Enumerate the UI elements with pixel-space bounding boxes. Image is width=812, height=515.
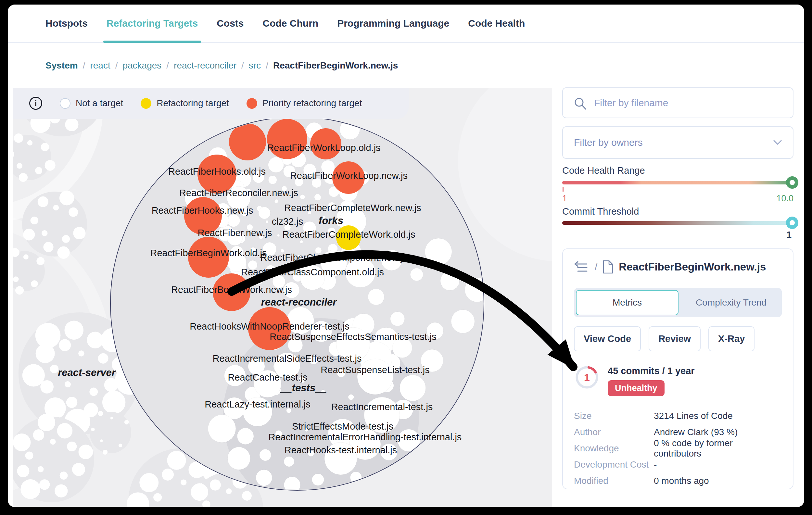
file-bubble-unlabeled[interactable] [312, 474, 324, 486]
commit-threshold-slider[interactable] [562, 221, 795, 225]
filter-by-filename-input[interactable] [594, 88, 786, 118]
file-bubble-unlabeled[interactable] [465, 278, 489, 302]
file-bubble-unlabeled[interactable] [350, 472, 361, 483]
file-bubble-unlabeled[interactable] [237, 428, 254, 445]
package-circle [458, 88, 552, 262]
tab-metrics[interactable]: Metrics [576, 290, 678, 315]
file-bubble-unlabeled[interactable] [284, 457, 294, 467]
background-file-bubble [55, 484, 67, 497]
file-bubble-unlabeled[interactable] [314, 194, 321, 200]
file-bubble-unlabeled[interactable] [400, 375, 426, 401]
file-bubble-unlabeled[interactable] [266, 220, 269, 223]
breadcrumb-item-system[interactable]: System [46, 60, 78, 71]
tab-code-health[interactable]: Code Health [468, 4, 525, 42]
breadcrumb-item-react-reconciler[interactable]: react-reconciler [174, 60, 236, 71]
file-bubble-unlabeled[interactable] [440, 271, 459, 290]
file-label-reactfiberbeginwork-new-js: ReactFiberBeginWork.new.js [171, 284, 292, 295]
code-health-min-value: 1 [562, 193, 567, 204]
legend-item-refactoring-target: Refactoring target [141, 98, 229, 109]
detail-tabs: MetricsComplexity Trend [574, 288, 782, 317]
file-bubble-unlabeled[interactable] [300, 194, 305, 200]
background-file-bubble [91, 428, 94, 431]
commit-threshold-handle[interactable] [786, 217, 799, 229]
file-bubble-unlabeled[interactable] [410, 268, 423, 281]
legend-dot [60, 98, 70, 109]
back-to-list-icon[interactable] [574, 261, 589, 273]
commit-threshold-value: 1 [786, 230, 791, 240]
background-file-bubble [38, 414, 55, 431]
code-health-range-slider[interactable] [562, 181, 795, 184]
bubble-chart-canvas[interactable]: ReactFiberWorkLoop.old.jsReactFiberWorkL… [13, 88, 552, 507]
file-bubble-unlabeled[interactable] [294, 493, 316, 507]
breadcrumb-item-packages[interactable]: packages [122, 60, 162, 71]
review-button[interactable]: Review [649, 326, 701, 351]
breadcrumb-item-src[interactable]: src [249, 60, 261, 71]
file-bubble-unlabeled[interactable] [344, 491, 369, 507]
background-file-bubble [27, 140, 32, 146]
detail-row-size: Size3214 Lines of Code [574, 408, 782, 424]
detail-row-label: Author [574, 427, 654, 437]
legend-label: Priority refactoring target [262, 98, 362, 109]
file-bubble-unlabeled-priority[interactable] [229, 123, 266, 160]
file-label-reactcache-test-js: ReactCache-test.js [228, 372, 308, 383]
screenshot-root: { "nav": { "tabs": [ {"label": "Hotspots… [0, 0, 812, 515]
file-bubble-unlabeled[interactable] [268, 157, 284, 173]
background-file-bubble [21, 479, 40, 499]
file-bubble-unlabeled[interactable] [325, 486, 344, 505]
file-detail-title: ReactFiberBeginWork.new.js [619, 261, 766, 273]
background-file-bubble [13, 433, 31, 451]
file-bubble-unlabeled[interactable] [390, 312, 405, 326]
background-file-bubble [98, 411, 103, 416]
file-bubble-unlabeled[interactable] [277, 234, 279, 236]
background-file-bubble [119, 444, 122, 447]
breadcrumb-item-react[interactable]: react [90, 60, 110, 71]
file-bubble-unlabeled[interactable] [368, 289, 384, 305]
tab-complexity-trend[interactable]: Complexity Trend [680, 288, 782, 317]
detail-row-label: Size [574, 411, 654, 421]
background-file-bubble [39, 479, 50, 490]
filter-by-owners-select[interactable]: Filter by owners [562, 126, 793, 159]
legend-item-priority-refactoring-target: Priority refactoring target [246, 98, 362, 109]
tab-hotspots[interactable]: Hotspots [46, 4, 88, 42]
file-detail-header: / ReactFiberBeginWork.new.js [574, 259, 782, 275]
file-bubble-unlabeled[interactable] [425, 238, 452, 265]
file-bubble-unlabeled[interactable] [260, 449, 271, 461]
file-bubble-unlabeled[interactable] [259, 207, 270, 219]
file-bubble-unlabeled[interactable] [274, 200, 278, 203]
file-bubble-unlabeled[interactable] [348, 394, 354, 400]
file-bubble-unlabeled[interactable] [208, 415, 235, 442]
tab-code-churn[interactable]: Code Churn [263, 4, 319, 42]
file-label-reactfiberreconciler-new-js: ReactFiberReconciler.new.js [179, 188, 298, 198]
file-bubble-reactsuspenselist-test-js[interactable] [357, 359, 393, 395]
background-file-bubble [100, 440, 103, 442]
file-bubble-unlabeled[interactable] [268, 176, 277, 184]
file-bubble-unlabeled[interactable] [228, 447, 251, 470]
x-ray-button[interactable]: X-Ray [708, 326, 755, 351]
background-file-bubble [60, 472, 68, 480]
background-file-bubble [35, 167, 42, 174]
status-badge: Unhealthy [608, 380, 665, 396]
file-bubble-unlabeled[interactable] [300, 240, 303, 243]
background-file-bubble [31, 280, 38, 287]
file-bubble-unlabeled[interactable] [451, 310, 474, 333]
background-file-bubble [139, 473, 158, 492]
background-file-bubble [41, 143, 49, 151]
code-health-min-tick [562, 187, 563, 191]
tab-costs[interactable]: Costs [216, 4, 243, 42]
tab-refactoring-targets[interactable]: Refactoring Targets [107, 4, 198, 42]
file-bubble-unlabeled[interactable] [227, 214, 240, 226]
file-bubble-unlabeled[interactable] [262, 490, 282, 507]
code-health-range-handle[interactable] [786, 176, 799, 189]
background-file-bubble [33, 429, 45, 441]
file-bubble-reactfiberworkloop-old-js[interactable] [267, 119, 307, 159]
background-file-bubble [153, 493, 162, 502]
chart-legend: i Not a targetRefactoring targetPriority… [13, 88, 409, 119]
file-bubble-unlabeled[interactable] [391, 463, 412, 484]
tab-programming-language[interactable]: Programming Language [337, 4, 449, 42]
background-file-bubble [43, 242, 53, 252]
file-bubble-unlabeled[interactable] [256, 469, 272, 486]
info-icon[interactable]: i [29, 97, 42, 110]
background-file-bubble [67, 442, 77, 451]
view-code-button[interactable]: View Code [574, 326, 641, 351]
file-detail-card: / ReactFiberBeginWork.new.js MetricsComp… [562, 248, 793, 489]
